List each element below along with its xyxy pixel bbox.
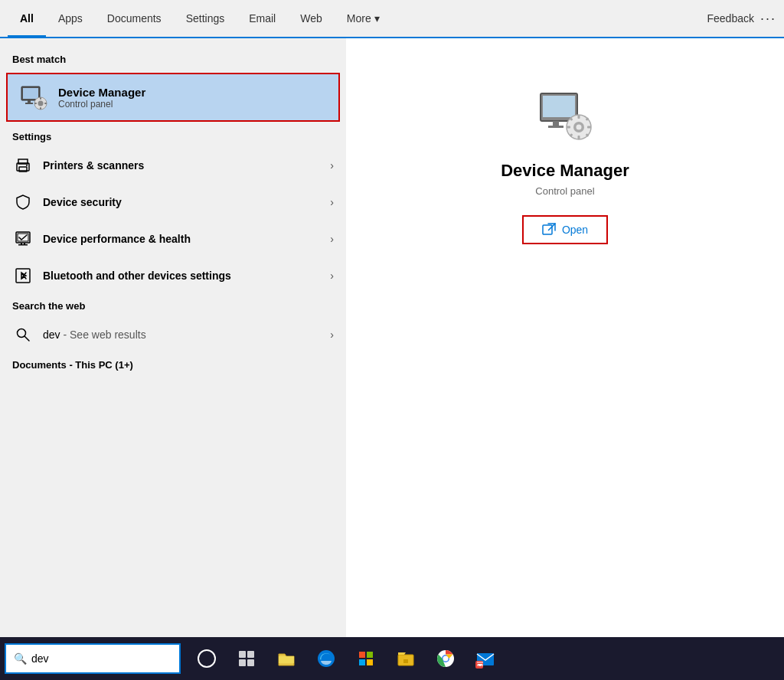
svg-rect-25 bbox=[548, 126, 564, 128]
svg-rect-47 bbox=[359, 659, 365, 665]
tab-settings[interactable]: Settings bbox=[174, 2, 237, 37]
web-search-item[interactable]: dev - See web results › bbox=[0, 316, 346, 353]
chevron-icon-3: › bbox=[330, 233, 334, 245]
chevron-icon-4: › bbox=[330, 270, 334, 282]
best-match-device-manager[interactable]: Device Manager Control panel bbox=[6, 73, 340, 122]
svg-rect-23 bbox=[543, 96, 575, 117]
printers-scanners-label: Printers & scanners bbox=[43, 159, 330, 172]
search-bar[interactable]: 🔍 bbox=[5, 643, 181, 674]
best-match-label: Best match bbox=[0, 47, 346, 70]
svg-rect-31 bbox=[567, 126, 570, 129]
web-search-section-label: Search the web bbox=[0, 294, 346, 316]
right-panel-title: Device Manager bbox=[501, 161, 629, 181]
files-button[interactable] bbox=[387, 637, 424, 680]
mail-button[interactable] bbox=[467, 637, 504, 680]
svg-rect-42 bbox=[247, 659, 254, 666]
svg-rect-40 bbox=[247, 651, 254, 658]
search-icon bbox=[12, 324, 34, 345]
widgets-button[interactable] bbox=[228, 637, 265, 680]
chrome-button[interactable] bbox=[427, 637, 464, 680]
chevron-icon-web: › bbox=[330, 329, 334, 341]
svg-point-28 bbox=[577, 125, 582, 130]
tab-email[interactable]: Email bbox=[237, 2, 288, 37]
main-layout: Best match Device bbox=[0, 38, 784, 637]
store-button[interactable] bbox=[348, 637, 384, 680]
svg-point-20 bbox=[18, 329, 26, 338]
svg-rect-48 bbox=[367, 659, 373, 665]
svg-rect-8 bbox=[34, 103, 37, 104]
shield-icon bbox=[12, 191, 34, 213]
svg-rect-18 bbox=[18, 244, 28, 246]
svg-rect-46 bbox=[367, 652, 373, 658]
device-performance-label: Device performance & health bbox=[43, 233, 330, 245]
taskbar-icons bbox=[188, 637, 504, 680]
open-button[interactable]: Open bbox=[522, 215, 608, 244]
svg-rect-50 bbox=[403, 659, 408, 663]
svg-rect-41 bbox=[239, 659, 246, 666]
tab-all[interactable]: All bbox=[8, 2, 46, 37]
device-manager-icon bbox=[18, 82, 49, 113]
svg-rect-2 bbox=[28, 100, 31, 103]
taskbar-search-icon: 🔍 bbox=[14, 652, 27, 665]
svg-point-38 bbox=[198, 650, 215, 667]
svg-rect-3 bbox=[25, 103, 33, 104]
chevron-icon-2: › bbox=[330, 196, 334, 208]
svg-rect-16 bbox=[21, 243, 22, 244]
best-match-text: Device Manager Control panel bbox=[58, 86, 145, 110]
open-icon bbox=[542, 223, 556, 237]
svg-point-53 bbox=[443, 656, 449, 662]
performance-icon bbox=[12, 228, 34, 250]
svg-rect-7 bbox=[40, 107, 41, 110]
svg-rect-9 bbox=[44, 103, 47, 104]
svg-rect-6 bbox=[40, 97, 41, 100]
right-panel: Device Manager Control panel Open bbox=[346, 38, 784, 637]
edge-browser-button[interactable] bbox=[308, 637, 345, 680]
right-panel-device-manager-icon bbox=[534, 84, 596, 145]
right-panel-subtitle: Control panel bbox=[535, 185, 594, 197]
taskbar-search-input[interactable] bbox=[31, 652, 172, 665]
svg-point-13 bbox=[26, 165, 28, 166]
tab-web[interactable]: Web bbox=[288, 2, 335, 37]
svg-rect-17 bbox=[24, 243, 25, 244]
web-search-label: dev - See web results bbox=[43, 329, 330, 341]
settings-device-security[interactable]: Device security › bbox=[0, 184, 346, 221]
bluetooth-label: Bluetooth and other devices settings bbox=[43, 270, 330, 282]
tab-more[interactable]: More ▾ bbox=[335, 2, 392, 37]
task-view-button[interactable] bbox=[188, 637, 225, 680]
open-button-label: Open bbox=[562, 224, 588, 236]
feedback-button[interactable]: Feedback bbox=[707, 12, 754, 25]
taskbar: 🔍 bbox=[0, 637, 784, 680]
left-panel: Best match Device bbox=[0, 38, 346, 637]
settings-device-performance[interactable]: Device performance & health › bbox=[0, 221, 346, 257]
svg-rect-1 bbox=[23, 88, 38, 99]
tab-apps[interactable]: Apps bbox=[46, 2, 95, 37]
svg-rect-45 bbox=[359, 652, 365, 658]
svg-rect-37 bbox=[543, 225, 552, 234]
file-explorer-button[interactable] bbox=[268, 637, 305, 680]
documents-label: Documents - This PC (1+) bbox=[0, 353, 346, 375]
top-nav: All Apps Documents Settings Email Web Mo… bbox=[0, 0, 784, 38]
printer-icon bbox=[12, 155, 34, 176]
svg-rect-32 bbox=[587, 126, 591, 129]
bluetooth-icon bbox=[12, 265, 34, 286]
device-security-label: Device security bbox=[43, 196, 330, 208]
svg-line-21 bbox=[25, 337, 30, 342]
svg-rect-30 bbox=[578, 136, 580, 139]
svg-rect-39 bbox=[239, 651, 246, 658]
chevron-icon-1: › bbox=[330, 159, 334, 172]
svg-rect-29 bbox=[578, 115, 580, 119]
svg-rect-24 bbox=[553, 121, 559, 126]
svg-rect-19 bbox=[16, 269, 30, 283]
settings-bluetooth[interactable]: Bluetooth and other devices settings › bbox=[0, 257, 346, 294]
more-options-button[interactable]: ··· bbox=[760, 11, 776, 27]
settings-printers-scanners[interactable]: Printers & scanners › bbox=[0, 147, 346, 184]
tab-documents[interactable]: Documents bbox=[95, 2, 174, 37]
settings-section-label: Settings bbox=[0, 125, 346, 147]
svg-point-5 bbox=[38, 101, 44, 106]
